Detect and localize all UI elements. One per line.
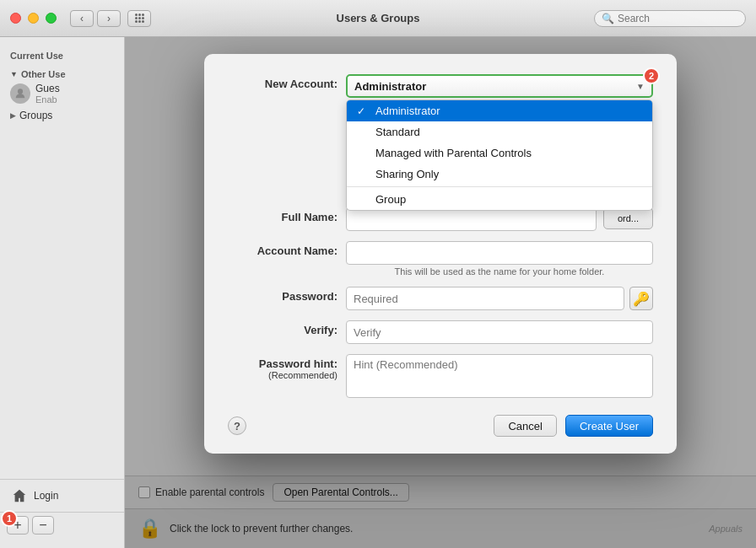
account-name-control: This will be used as the name for your h… bbox=[346, 241, 653, 277]
dropdown-item-standard[interactable]: Standard bbox=[347, 121, 652, 142]
modal-buttons: Cancel Create User bbox=[494, 415, 653, 437]
home-icon bbox=[10, 486, 29, 505]
triangle-icon: ▼ bbox=[10, 70, 18, 78]
dropdown-item-group-label: Group bbox=[375, 193, 406, 206]
dropdown-selected-value: Administrator bbox=[354, 80, 426, 93]
dropdown-item-administrator[interactable]: ✓ Administrator bbox=[347, 100, 652, 121]
key-button[interactable]: 🔑 bbox=[629, 287, 653, 310]
hint-input[interactable] bbox=[346, 354, 653, 398]
add-remove-bar: 1 + − bbox=[0, 512, 124, 538]
new-account-control: Administrator ▼ 2 ✓ Administrator bbox=[346, 74, 653, 98]
full-name-control bbox=[346, 207, 597, 231]
search-input[interactable] bbox=[618, 13, 736, 24]
account-name-input[interactable] bbox=[346, 241, 653, 265]
dropdown-item-admin-label: Administrator bbox=[375, 105, 440, 117]
add-user-button[interactable]: 1 + bbox=[7, 516, 29, 535]
new-account-row: New Account: Administrator ▼ 2 ✓ Adminis… bbox=[228, 74, 653, 98]
sidebar: Current Use ▼ Other Use Gues Enab ▶ Grou… bbox=[0, 37, 125, 548]
remove-user-button[interactable]: − bbox=[32, 516, 54, 535]
verify-label: Verify: bbox=[228, 320, 338, 336]
checkmark-icon: ✓ bbox=[357, 105, 369, 117]
search-icon: 🔍 bbox=[602, 13, 614, 24]
dropdown-menu: ✓ Administrator Standard Managed with Pa… bbox=[346, 99, 653, 211]
hint-label-text: Password hint: bbox=[259, 357, 338, 370]
help-button[interactable]: ? bbox=[228, 416, 246, 435]
sidebar-bottom: Login bbox=[0, 479, 124, 512]
dropdown-item-managed[interactable]: Managed with Parental Controls bbox=[347, 142, 652, 164]
verify-row: Verify: bbox=[228, 320, 653, 344]
maximize-button[interactable] bbox=[46, 13, 57, 24]
dropdown-arrow-icon: ▼ bbox=[636, 82, 645, 91]
main-content: Current Use ▼ Other Use Gues Enab ▶ Grou… bbox=[0, 37, 756, 548]
guest-user-item[interactable]: Gues Enab bbox=[0, 81, 124, 106]
search-bar[interactable]: 🔍 bbox=[594, 10, 746, 27]
dropdown-item-sharing[interactable]: Sharing Only bbox=[347, 164, 652, 185]
hint-label: Password hint: (Recommended) bbox=[228, 354, 338, 380]
traffic-lights bbox=[10, 13, 57, 24]
window-title: Users & Groups bbox=[337, 12, 420, 24]
verify-control bbox=[346, 320, 653, 344]
full-name-row: Full Name: ord... bbox=[228, 207, 653, 231]
verify-input[interactable] bbox=[346, 320, 653, 344]
other-users-label: Other Use bbox=[21, 69, 66, 79]
account-name-row: Account Name: This will be used as the n… bbox=[228, 241, 653, 277]
guest-user-name: Gues bbox=[35, 83, 60, 94]
account-name-hint: This will be used as the name for your h… bbox=[346, 266, 653, 277]
password-control: 🔑 bbox=[346, 287, 653, 310]
dropdown-divider bbox=[347, 186, 652, 187]
svg-point-0 bbox=[18, 89, 23, 94]
groups-triangle-icon: ▶ bbox=[10, 111, 16, 120]
groups-label: Groups bbox=[19, 110, 52, 121]
password-label: Password: bbox=[228, 287, 338, 303]
other-users-header: ▼ Other Use bbox=[0, 64, 124, 81]
modal-bottom: ? Cancel Create User bbox=[228, 415, 653, 437]
new-account-modal: New Account: Administrator ▼ 2 ✓ Adminis… bbox=[204, 54, 677, 454]
forward-button[interactable]: › bbox=[97, 10, 121, 27]
guest-avatar bbox=[10, 83, 30, 104]
back-button[interactable]: ‹ bbox=[70, 10, 94, 27]
modal-overlay: New Account: Administrator ▼ 2 ✓ Adminis… bbox=[125, 37, 756, 548]
close-button[interactable] bbox=[10, 13, 21, 24]
badge-1: 1 bbox=[1, 510, 18, 527]
password-input[interactable] bbox=[346, 287, 624, 310]
dropdown-item-managed-label: Managed with Parental Controls bbox=[375, 147, 532, 159]
minimize-button[interactable] bbox=[28, 13, 39, 24]
dropdown-item-standard-label: Standard bbox=[375, 126, 420, 138]
new-account-label: New Account: bbox=[228, 74, 338, 90]
full-name-label: Full Name: bbox=[228, 207, 338, 223]
password-row: Password: 🔑 bbox=[228, 287, 653, 310]
password-hint-row: Password hint: (Recommended) bbox=[228, 354, 653, 401]
guest-user-sub: Enab bbox=[35, 94, 60, 105]
login-options-label: Login bbox=[34, 490, 58, 502]
hint-control bbox=[346, 354, 653, 401]
account-type-dropdown[interactable]: Administrator ▼ 2 bbox=[346, 74, 653, 98]
create-user-button[interactable]: Create User bbox=[565, 415, 653, 437]
groups-item[interactable]: ▶ Groups bbox=[0, 106, 124, 125]
badge-2: 2 bbox=[643, 67, 660, 84]
cancel-button[interactable]: Cancel bbox=[494, 415, 556, 437]
full-name-input[interactable] bbox=[346, 207, 597, 231]
dropdown-item-sharing-label: Sharing Only bbox=[375, 168, 439, 180]
title-bar: ‹ › Users & Groups 🔍 bbox=[0, 0, 756, 37]
sidebar-section-current-users: Current Use bbox=[0, 47, 124, 64]
dropdown-item-group[interactable]: Group bbox=[347, 189, 652, 210]
account-name-label: Account Name: bbox=[228, 241, 338, 257]
hint-label-sub: (Recommended) bbox=[268, 370, 338, 380]
grid-view-button[interactable] bbox=[127, 10, 151, 27]
login-options-item[interactable]: Login bbox=[10, 486, 114, 505]
right-panel: New Account: Administrator ▼ 2 ✓ Adminis… bbox=[125, 37, 756, 548]
nav-buttons: ‹ › bbox=[70, 10, 121, 27]
